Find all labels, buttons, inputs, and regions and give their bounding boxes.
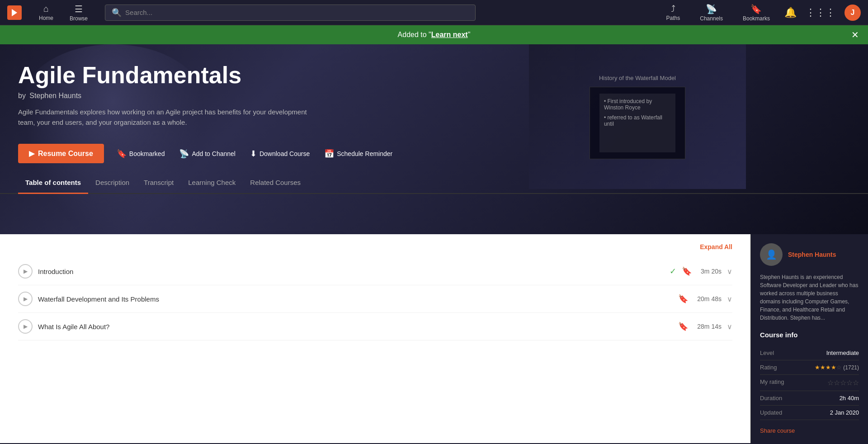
bookmarked-label: Bookmarked [129, 150, 165, 157]
notification-banner: Added to " Learn next " ✕ [0, 25, 868, 44]
download-course-button[interactable]: ⬇ Download Course [248, 145, 311, 162]
nav-bookmarks[interactable]: 🔖 Bookmarks [739, 1, 774, 24]
add-to-channel-label: Add to Channel [192, 150, 236, 157]
author-name-sidebar[interactable]: Stephen Haunts [788, 251, 836, 258]
course-description: Agile Fundamentals explores how working … [18, 107, 326, 128]
share-course-link[interactable]: Share course [760, 427, 859, 434]
nav-channels[interactable]: 📡 Channels [696, 1, 726, 24]
search-input[interactable] [125, 9, 469, 16]
schedule-reminder-button[interactable]: 📅 Schedule Reminder [322, 145, 394, 162]
expand-intro-icon[interactable]: ∨ [727, 267, 732, 276]
tab-toc[interactable]: Table of contents [18, 172, 88, 194]
notification-text: Added to " [398, 31, 431, 39]
page-content: History of the Waterfall Model • First i… [0, 44, 868, 443]
play-icon: ▶ [29, 149, 34, 158]
download-label: Download Course [259, 150, 310, 157]
info-row-my-rating: My rating ☆☆☆☆☆ [760, 375, 859, 391]
rating-empty-star: ☆ [836, 364, 842, 371]
duration-waterfall: 20m 48s [697, 295, 722, 302]
rating-stars: ★★★★ [815, 364, 836, 371]
play-button-waterfall[interactable]: ▶ [18, 292, 33, 306]
course-title: Agile Fundamentals [18, 62, 850, 88]
rating-value: ★★★★☆ (1721) [815, 364, 859, 371]
nav-channels-label: Channels [700, 15, 723, 22]
tab-description[interactable]: Description [88, 172, 137, 194]
play-button-agile[interactable]: ▶ [18, 319, 33, 334]
expand-all-button[interactable]: Expand All [18, 243, 732, 250]
rating-label: Rating [760, 364, 777, 371]
channels-icon: 📡 [706, 4, 717, 14]
add-to-channel-button[interactable]: 📡 Add to Channel [177, 145, 237, 162]
bookmarked-button[interactable]: 🔖 Bookmarked [115, 145, 167, 162]
notification-text-end: " [468, 31, 471, 39]
home-icon: ⌂ [43, 4, 49, 14]
nav-browse[interactable]: ☰ Browse [66, 1, 91, 24]
channel-icon: 📡 [179, 149, 189, 159]
hero-content: Agile Fundamentals by Stephen Haunts Agi… [0, 44, 868, 137]
notification-bell-icon[interactable]: 🔔 [784, 7, 797, 19]
nav-bookmarks-label: Bookmarks [743, 15, 770, 22]
rating-count: (1721) [843, 364, 859, 371]
resume-label: Resume Course [38, 150, 93, 158]
search-icon: 🔍 [112, 8, 122, 18]
course-info-title: Course info [760, 331, 859, 339]
notification-link[interactable]: Learn next [431, 31, 468, 39]
tabs-bar: Table of contents Description Transcript… [0, 172, 868, 194]
info-row-rating: Rating ★★★★☆ (1721) [760, 360, 859, 375]
duration-intro: 3m 20s [701, 268, 722, 275]
calendar-icon: 📅 [324, 149, 334, 159]
bookmark-intro-icon[interactable]: 🔖 [682, 266, 692, 276]
browse-icon: ☰ [75, 4, 83, 14]
author-avatar: 👤 [760, 243, 783, 266]
action-buttons: ▶ Resume Course 🔖 Bookmarked 📡 Add to Ch… [0, 137, 868, 163]
avatar[interactable]: J [844, 5, 861, 21]
nav-paths[interactable]: ⤴ Paths [663, 1, 684, 24]
author-prefix: by [18, 92, 26, 99]
info-row-level: Level Intermediate [760, 346, 859, 360]
tab-related-courses[interactable]: Related Courses [243, 172, 308, 194]
search-bar[interactable]: 🔍 [105, 5, 476, 21]
author-name-hero: Stephen Haunts [29, 92, 81, 99]
duration-agile: 28m 14s [697, 323, 722, 330]
close-icon[interactable]: ✕ [851, 29, 859, 40]
tab-transcript[interactable]: Transcript [137, 172, 181, 194]
navbar: ⌂ Home ☰ Browse 🔍 ⤴ Paths 📡 Channels 🔖 B… [0, 0, 868, 25]
expand-waterfall-icon[interactable]: ∨ [727, 295, 732, 303]
my-rating-stars[interactable]: ☆☆☆☆☆ [827, 378, 859, 387]
bottom-section: Expand All ▶ Introduction ✓ 🔖 3m 20s ∨ ▶… [0, 234, 868, 443]
paths-icon: ⤴ [671, 4, 675, 14]
toc-item: ▶ Waterfall Development and Its Problems… [18, 285, 732, 313]
grid-icon[interactable]: ⋮⋮⋮ [806, 7, 835, 19]
toc-title-agile: What Is Agile All About? [38, 323, 673, 331]
hero-section: History of the Waterfall Model • First i… [0, 44, 868, 234]
course-author: by Stephen Haunts [18, 92, 850, 100]
toc-area: Expand All ▶ Introduction ✓ 🔖 3m 20s ∨ ▶… [0, 234, 750, 443]
nav-browse-label: Browse [70, 15, 88, 22]
resume-course-button[interactable]: ▶ Resume Course [18, 144, 104, 163]
updated-value: 2 Jan 2020 [830, 409, 859, 416]
bookmarks-icon: 🔖 [750, 4, 762, 14]
nav-right: ⤴ Paths 📡 Channels 🔖 Bookmarks 🔔 ⋮⋮⋮ J [658, 1, 861, 24]
nav-paths-label: Paths [666, 15, 680, 21]
my-rating-label: My rating [760, 378, 784, 387]
nav-home[interactable]: ⌂ Home [35, 1, 57, 24]
expand-agile-icon[interactable]: ∨ [727, 322, 732, 331]
bookmark-waterfall-icon[interactable]: 🔖 [678, 294, 688, 304]
author-description: Stephen Haunts is an experienced Softwar… [760, 273, 859, 322]
level-label: Level [760, 350, 774, 356]
app-logo[interactable] [7, 5, 22, 20]
bookmark-agile-icon[interactable]: 🔖 [678, 321, 688, 331]
toc-title-waterfall: Waterfall Development and Its Problems [38, 295, 673, 303]
schedule-label: Schedule Reminder [337, 150, 392, 157]
download-icon: ⬇ [250, 149, 257, 159]
nav-home-label: Home [39, 15, 53, 21]
info-row-duration: Duration 2h 40m [760, 391, 859, 406]
duration-label: Duration [760, 395, 782, 401]
completed-check-icon: ✓ [670, 266, 676, 276]
info-row-updated: Updated 2 Jan 2020 [760, 406, 859, 420]
author-header: 👤 Stephen Haunts [760, 243, 859, 266]
play-button-intro[interactable]: ▶ [18, 264, 33, 279]
level-value: Intermediate [826, 350, 859, 356]
toc-item: ▶ Introduction ✓ 🔖 3m 20s ∨ [18, 258, 732, 285]
tab-learning-check[interactable]: Learning Check [181, 172, 243, 194]
